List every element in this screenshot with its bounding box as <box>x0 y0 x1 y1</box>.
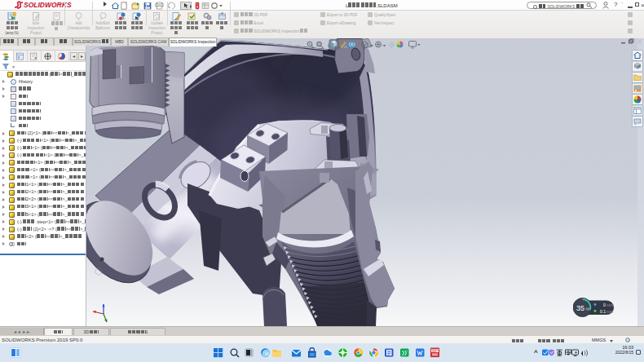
svg-text:%: % <box>586 307 590 311</box>
svg-text:35: 35 <box>576 304 584 312</box>
svg-text:KB/S: KB/S <box>607 311 614 314</box>
svg-text:KB/S: KB/S <box>607 304 614 307</box>
svg-text:0.1: 0.1 <box>600 309 606 314</box>
svg-text:0: 0 <box>603 302 606 307</box>
